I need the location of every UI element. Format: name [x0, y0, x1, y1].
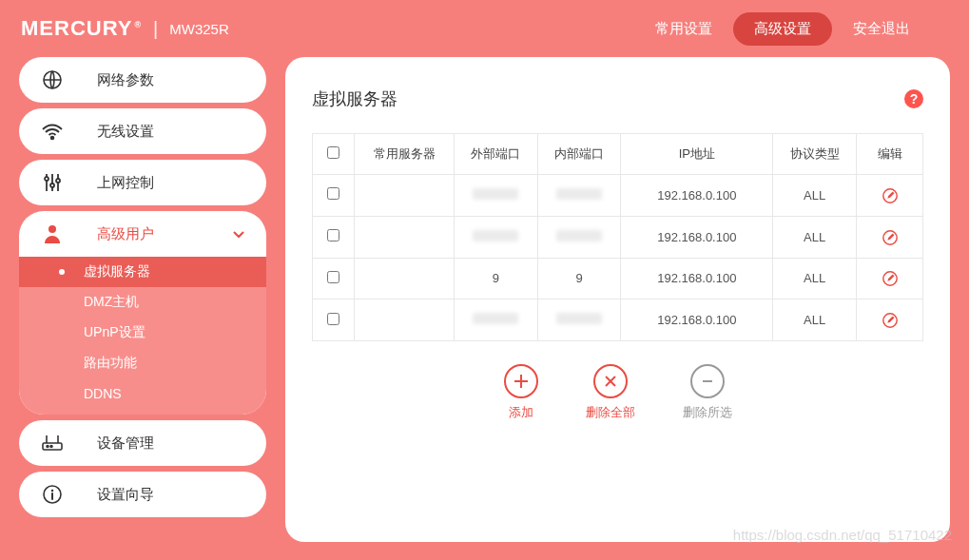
edit-icon[interactable] [882, 270, 899, 286]
row-checkbox[interactable] [327, 271, 339, 283]
th-ext-port: 外部端口 [455, 134, 538, 175]
sidebar-label-wireless: 无线设置 [97, 123, 154, 141]
cell-service [355, 175, 455, 217]
sidebar-item-wizard[interactable]: 设置向导 [19, 472, 266, 517]
nav-advanced[interactable]: 高级设置 [733, 12, 832, 46]
svg-point-7 [56, 179, 60, 183]
header: MERCURY® | MW325R 常用设置 高级设置 安全退出 [0, 0, 969, 57]
subnav-virtual-server[interactable]: 虚拟服务器 [19, 257, 266, 287]
th-protocol: 协议类型 [773, 134, 857, 175]
table-row: 192.168.0.100ALL [313, 216, 923, 258]
cell-ip: 192.168.0.100 [621, 258, 773, 299]
sidebar-item-device[interactable]: 设备管理 [19, 420, 266, 466]
add-button[interactable]: 添加 [504, 364, 538, 421]
cell-protocol: ALL [773, 175, 857, 217]
svg-point-12 [47, 446, 48, 448]
svg-point-6 [50, 183, 54, 187]
cell-ext-port [455, 216, 538, 258]
cell-ip: 192.168.0.100 [621, 299, 773, 341]
row-checkbox[interactable] [327, 229, 339, 241]
main-panel: 虚拟服务器 ? 常用服务器 外部端口 内部端口 IP地址 协议类型 编辑 192… [285, 57, 950, 542]
sidebar-item-wireless[interactable]: 无线设置 [19, 108, 266, 154]
cell-protocol: ALL [773, 299, 857, 341]
sidebar-group-advanced: 高级用户 虚拟服务器 DMZ主机 UPnP设置 路由功能 DDNS [19, 211, 266, 415]
trademark: ® [134, 20, 142, 29]
sidebar-label-network: 网络参数 [97, 71, 154, 89]
subnav: 虚拟服务器 DMZ主机 UPnP设置 路由功能 DDNS [19, 257, 266, 415]
cell-ext-port [455, 299, 538, 341]
cell-int-port [537, 299, 621, 341]
svg-point-5 [45, 177, 48, 181]
info-icon [40, 482, 65, 507]
table-row: 192.168.0.100ALL [313, 299, 923, 341]
cell-ext-port [455, 175, 538, 217]
row-checkbox[interactable] [327, 187, 339, 200]
cell-int-port [537, 216, 621, 258]
cell-int-port [537, 175, 621, 217]
edit-icon[interactable] [882, 186, 899, 203]
th-service: 常用服务器 [355, 134, 455, 175]
th-ip: IP地址 [621, 134, 773, 175]
sidebar-label-advanced: 高级用户 [97, 225, 154, 243]
subnav-ddns[interactable]: DDNS [19, 378, 266, 409]
svg-point-13 [50, 446, 52, 448]
sliders-icon [40, 170, 65, 195]
sidebar-label-access: 上网控制 [97, 174, 154, 192]
chevron-down-icon [232, 226, 245, 242]
nav-logout[interactable]: 安全退出 [832, 12, 931, 46]
select-all-checkbox[interactable] [327, 146, 339, 159]
model-label: MW325R [169, 21, 229, 37]
top-nav: 常用设置 高级设置 安全退出 [634, 12, 931, 46]
brand-logo: MERCURY® [21, 16, 142, 41]
cell-int-port: 9 [537, 258, 621, 299]
table-row: 99192.168.0.100ALL [313, 258, 923, 299]
delete-all-label: 删除全部 [586, 404, 635, 421]
subnav-route[interactable]: 路由功能 [19, 348, 266, 378]
delete-all-button[interactable]: 删除全部 [586, 364, 635, 421]
cell-ext-port: 9 [455, 258, 538, 299]
help-icon[interactable]: ? [904, 89, 923, 108]
sidebar-label-wizard: 设置向导 [97, 486, 154, 504]
sidebar: 网络参数 无线设置 上网控制 高级用户 [19, 57, 266, 542]
delete-selected-button[interactable]: 删除所选 [683, 364, 732, 421]
watermark: https://blog.csdn.net/qq_51710422 [733, 527, 952, 543]
subnav-dmz[interactable]: DMZ主机 [19, 287, 266, 318]
sidebar-label-device: 设备管理 [97, 434, 154, 453]
cell-ip: 192.168.0.100 [621, 175, 773, 217]
minus-icon [690, 364, 725, 398]
x-icon [593, 364, 628, 398]
svg-point-8 [48, 225, 56, 233]
th-edit: 编辑 [857, 134, 923, 175]
svg-point-1 [51, 137, 54, 140]
row-checkbox[interactable] [327, 313, 339, 325]
sidebar-item-network[interactable]: 网络参数 [19, 57, 266, 103]
add-label: 添加 [509, 404, 533, 421]
sidebar-item-access[interactable]: 上网控制 [19, 160, 266, 205]
nav-basic[interactable]: 常用设置 [634, 12, 733, 46]
plus-icon [504, 364, 538, 398]
router-icon [40, 431, 65, 455]
action-bar: 添加 删除全部 删除所选 [312, 364, 923, 421]
edit-icon[interactable] [882, 311, 899, 327]
table-row: 192.168.0.100ALL [313, 175, 923, 217]
cell-service [355, 258, 455, 299]
delete-selected-label: 删除所选 [683, 404, 732, 421]
cell-service [355, 216, 455, 258]
cell-ip: 192.168.0.100 [621, 216, 773, 258]
page-title: 虚拟服务器 [312, 87, 397, 110]
edit-icon[interactable] [882, 228, 899, 244]
vserver-table: 常用服务器 外部端口 内部端口 IP地址 协议类型 编辑 192.168.0.1… [312, 133, 923, 341]
user-icon [40, 222, 65, 246]
subnav-upnp[interactable]: UPnP设置 [19, 318, 266, 348]
logo-separator: | [153, 18, 158, 40]
th-int-port: 内部端口 [537, 134, 621, 175]
globe-icon [40, 68, 65, 92]
sidebar-item-advanced-user[interactable]: 高级用户 [19, 211, 266, 257]
cell-protocol: ALL [773, 216, 857, 258]
wifi-icon [40, 119, 65, 144]
cell-protocol: ALL [773, 258, 857, 299]
cell-service [355, 299, 455, 341]
